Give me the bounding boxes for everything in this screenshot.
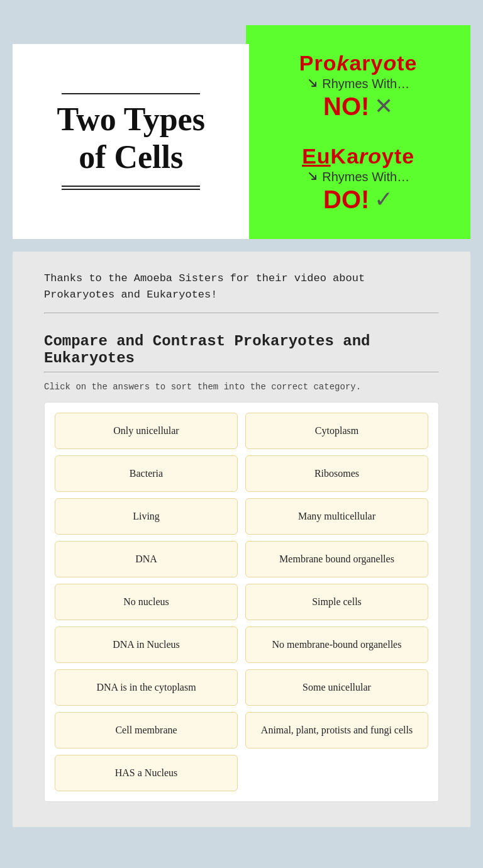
- section-divider: [44, 372, 439, 373]
- eukaryote-rhymes-label: Rhymes With…: [307, 170, 409, 184]
- answer-cell[interactable]: Some unicellular: [245, 669, 428, 706]
- title-card: Two Types of Cells: [13, 44, 249, 239]
- answer-cell[interactable]: No nucleus: [55, 584, 238, 620]
- answer-cell[interactable]: Living: [55, 498, 238, 535]
- answer-cell[interactable]: HAS a Nucleus: [55, 755, 238, 791]
- answer-cell[interactable]: Many multicellular: [245, 498, 428, 535]
- answer-cell[interactable]: DNA: [55, 541, 238, 577]
- attribution-divider: [44, 313, 439, 314]
- answer-cell[interactable]: No membrane-bound organelles: [245, 626, 428, 663]
- answer-row: HAS a Nucleus: [55, 755, 428, 791]
- answer-grid: Only unicellularCytoplasmBacteriaRibosom…: [44, 402, 439, 802]
- answer-row: DNA in NucleusNo membrane-bound organell…: [55, 626, 428, 663]
- check-mark-icon: ✓: [374, 186, 393, 213]
- section-title: Compare and Contrast Prokaryotes and Euk…: [44, 333, 439, 367]
- answer-row: No nucleusSimple cells: [55, 584, 428, 620]
- answer-cell[interactable]: DNA in Nucleus: [55, 626, 238, 663]
- answer-row: Cell membraneAnimal, plant, protists and…: [55, 712, 428, 748]
- prokaryote-answer: NO!: [323, 92, 369, 121]
- answer-row: LivingMany multicellular: [55, 498, 428, 535]
- answer-cell[interactable]: Membrane bound organelles: [245, 541, 428, 577]
- answer-cell[interactable]: Only unicellular: [55, 413, 238, 449]
- prokaryote-word: Prokaryote: [299, 51, 418, 75]
- rhyme-card: Prokaryote Rhymes With… NO! ✕ EuKaroyte: [246, 25, 470, 239]
- title-bottom-line-2: [62, 189, 200, 190]
- title-bottom-lines: [62, 186, 200, 190]
- arrow-down-right-icon: [307, 77, 319, 90]
- answer-row: DNA is in the cytoplasmSome unicellular: [55, 669, 428, 706]
- answer-cell[interactable]: Animal, plant, protists and fungi cells: [245, 712, 428, 748]
- answer-cell[interactable]: Simple cells: [245, 584, 428, 620]
- title-top-line: [62, 93, 200, 94]
- title-bottom-line-1: [62, 186, 200, 187]
- answer-cell[interactable]: Ribosomes: [245, 455, 428, 492]
- click-instruction: Click on the answers to sort them into t…: [44, 382, 439, 392]
- eukaryote-answer-row: DO! ✓: [323, 186, 393, 214]
- main-content: Thanks to the Amoeba Sisters for their v…: [13, 252, 470, 827]
- answer-row: Only unicellularCytoplasm: [55, 413, 428, 449]
- answer-cell[interactable]: DNA is in the cytoplasm: [55, 669, 238, 706]
- answer-cell[interactable]: Bacteria: [55, 455, 238, 492]
- answer-cell[interactable]: Cell membrane: [55, 712, 238, 748]
- prokaryote-rhyme-block: Prokaryote Rhymes With… NO! ✕: [262, 51, 455, 121]
- eukaryote-answer: DO!: [323, 186, 369, 214]
- x-mark-icon: ✕: [374, 93, 393, 120]
- page-title: Two Types of Cells: [57, 101, 205, 176]
- answer-cell[interactable]: Cytoplasm: [245, 413, 428, 449]
- eukaryote-rhyme-block: EuKaroyte Rhymes With… DO! ✓: [262, 144, 455, 214]
- arrow-down-right-icon-2: [307, 170, 319, 183]
- header-section: Two Types of Cells Prokaryote Rhymes Wit…: [0, 0, 483, 252]
- eukaryote-word: EuKaroyte: [302, 144, 414, 169]
- attribution-text: Thanks to the Amoeba Sisters for their v…: [44, 270, 439, 303]
- prokaryote-answer-row: NO! ✕: [323, 92, 393, 121]
- answer-row: DNAMembrane bound organelles: [55, 541, 428, 577]
- prokaryote-rhymes-label: Rhymes With…: [307, 77, 409, 91]
- answer-row: BacteriaRibosomes: [55, 455, 428, 492]
